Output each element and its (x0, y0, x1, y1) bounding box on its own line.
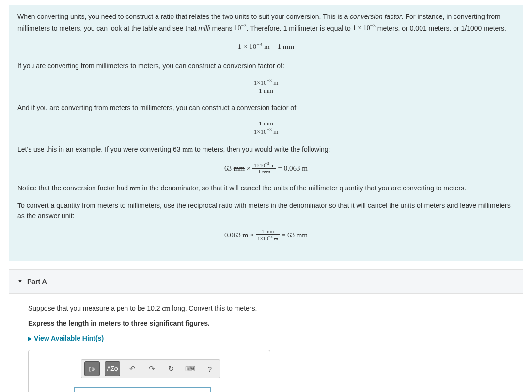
part-title: Part A (27, 278, 47, 285)
equation-frac-2: 1 mm 1×10−3 m (17, 120, 515, 136)
value: 1×10 (254, 128, 267, 135)
answer-input[interactable] (74, 387, 211, 392)
exponent: −3 (265, 161, 269, 166)
help-button[interactable]: ? (203, 362, 217, 376)
value: 1×10 (257, 235, 268, 241)
value: m (272, 79, 278, 86)
exponent: −3 (256, 41, 262, 47)
value: 63 (224, 164, 234, 172)
paragraph-5: Notice that the conversion factor had mm… (17, 183, 515, 194)
answer-container: ▯▯√ ΑΣφ ↶ ↷ ↻ ⌨ ? 10.2 cm = m (28, 350, 270, 392)
part-a-header[interactable]: Part A (9, 269, 523, 294)
text: meters, or 0.001 meters, or 1/1000 meter… (376, 24, 506, 31)
value: 1 × 10 (353, 24, 370, 31)
equation-toolbar: ▯▯√ ΑΣφ ↶ ↷ ↻ ⌨ ? (81, 359, 220, 378)
text: Suppose that you measure a pen to be 10.… (28, 304, 162, 312)
exponent: −3 (370, 23, 376, 29)
value: = 0.063 m (276, 164, 308, 172)
value: m = 1 mm (262, 43, 294, 50)
operator: × (248, 231, 256, 239)
text: in the denominator, so that it will canc… (141, 184, 466, 192)
equation-example-2: 0.063 m × 1 mm 1×10−3 m = 63 mm (17, 228, 515, 241)
answer-instruction: Express the length in meters to three si… (28, 319, 523, 327)
value: 1 × 10 (238, 43, 256, 50)
text: means (210, 24, 235, 31)
text: Let's use this in an example. If you wer… (17, 145, 182, 153)
keyboard-button[interactable]: ⌨ (183, 362, 198, 376)
template-button[interactable]: ▯▯√ (84, 361, 100, 376)
reset-button[interactable]: ↻ (164, 362, 178, 376)
exponent: −3 (267, 78, 272, 83)
paragraph-6: To convert a quantity from meters to mil… (17, 201, 515, 221)
equation-frac-1: 1×10−3 m 1 mm (17, 78, 515, 94)
text: . Therefore, 1 millimeter is equal to (247, 24, 353, 31)
unit: cm (162, 305, 170, 312)
equation-example-1: 63 mm × 1×10−3 m 1 mm = 0.063 m (17, 161, 515, 174)
paragraph-3: And if you are converting from meters to… (17, 103, 515, 113)
text: Notice that the conversion factor had (17, 184, 130, 192)
exponent: −3 (241, 23, 246, 29)
exponent: −3 (268, 235, 273, 239)
paragraph-4: Let's use this in an example. If you wer… (17, 144, 515, 155)
paragraph-2: If you are converting from millimeters t… (17, 61, 515, 72)
part-a-body: Suppose that you measure a pen to be 10.… (0, 294, 532, 392)
cancelled-unit: m (274, 235, 278, 241)
value: m (272, 128, 278, 135)
cancelled-unit: m (243, 231, 249, 239)
root-icon: √ (94, 367, 95, 371)
value: = 63 mm (280, 231, 308, 239)
value: 1 mm (252, 87, 280, 94)
redo-button[interactable]: ↷ (144, 362, 159, 376)
undo-button[interactable]: ↶ (125, 362, 140, 376)
cancelled-unit: 1 mm (252, 169, 276, 174)
value: 10 (234, 24, 241, 31)
unit: mm (182, 146, 193, 153)
exponent: −3 (267, 127, 272, 132)
unit: mm (130, 185, 141, 192)
equation-1: 1 × 10−3 m = 1 mm (17, 40, 515, 52)
text: When converting units, you need to const… (17, 13, 350, 20)
greek-button[interactable]: ΑΣφ (105, 361, 120, 376)
value: m (269, 162, 275, 168)
text: long. Convert this to meters. (170, 304, 257, 312)
term-milli: milli (199, 24, 210, 31)
value: 1 mm (256, 228, 280, 235)
value: 1 mm (252, 120, 280, 127)
explanation-panel: When converting units, you need to const… (9, 5, 523, 261)
question-prompt: Suppose that you measure a pen to be 10.… (28, 304, 523, 313)
view-hints-link[interactable]: View Available Hint(s) (28, 334, 104, 342)
value: 0.063 (224, 231, 243, 239)
paragraph-1: When converting units, you need to const… (17, 12, 515, 33)
text: to meters, then you would write the foll… (193, 145, 330, 153)
cancelled-unit: mm (234, 164, 245, 172)
term-conversion-factor: conversion factor (350, 13, 402, 20)
value: 1×10 (254, 162, 265, 168)
operator: × (245, 164, 252, 172)
value: 1×10 (254, 79, 267, 86)
hint-label: View Available Hint(s) (34, 334, 104, 342)
answer-row: 10.2 cm = m (35, 387, 263, 392)
